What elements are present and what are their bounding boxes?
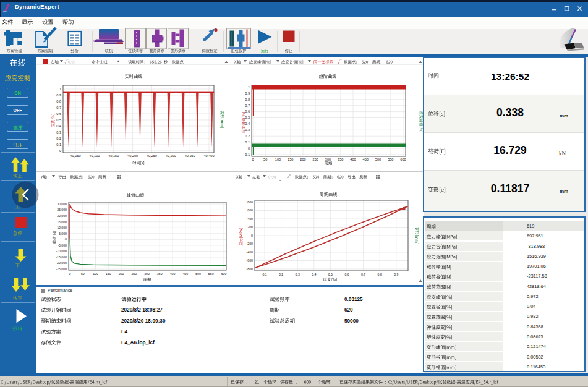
svg-text:0.9: 0.9: [394, 273, 398, 276]
svg-text:0.2: 0.2: [245, 134, 250, 138]
svg-text:0.5: 0.5: [56, 118, 61, 122]
svg-text:20,000: 20,000: [57, 214, 67, 218]
svg-text:250: 250: [131, 272, 137, 276]
svg-text:300: 300: [144, 272, 150, 276]
svg-text:200: 200: [119, 272, 124, 276]
svg-text:600: 600: [221, 272, 227, 276]
svg-text:50: 50: [81, 272, 85, 276]
svg-text:0.4: 0.4: [312, 273, 316, 276]
svg-text:0.4: 0.4: [245, 122, 250, 125]
svg-text:0.6: 0.6: [344, 273, 349, 276]
svg-text:150: 150: [288, 158, 293, 161]
svg-text:250: 250: [313, 158, 318, 161]
svg-text:450: 450: [182, 272, 188, 276]
svg-text:400: 400: [170, 272, 176, 276]
svg-text:0.2: 0.2: [56, 137, 61, 140]
svg-text:550: 550: [208, 272, 214, 276]
svg-text:0.7: 0.7: [361, 273, 365, 276]
svg-text:40,150: 40,150: [108, 154, 119, 158]
svg-text:0.3: 0.3: [245, 128, 250, 132]
svg-text:450: 450: [363, 158, 369, 161]
svg-text:100: 100: [93, 272, 98, 276]
svg-text:200: 200: [300, 158, 305, 161]
svg-text:0.5: 0.5: [328, 273, 333, 276]
svg-text:0.8: 0.8: [245, 98, 250, 101]
svg-text:0: 0: [69, 272, 71, 276]
svg-text:0.1: 0.1: [56, 143, 61, 147]
svg-text:800: 800: [247, 200, 253, 204]
svg-text:0.8: 0.8: [56, 100, 61, 103]
svg-text:350: 350: [157, 272, 163, 276]
svg-text:25,000: 25,000: [57, 208, 67, 211]
svg-text:350: 350: [338, 158, 343, 161]
svg-text:0.6: 0.6: [245, 109, 250, 113]
svg-text:-20,000: -20,000: [56, 261, 67, 265]
svg-text:0.1: 0.1: [245, 140, 250, 144]
svg-text:-10,000: -10,000: [56, 249, 67, 253]
svg-text:0.5: 0.5: [245, 116, 250, 119]
svg-text:600: 600: [247, 208, 253, 212]
svg-text:100: 100: [275, 158, 281, 161]
svg-text:400: 400: [350, 158, 356, 161]
svg-text:0.7: 0.7: [245, 104, 250, 108]
svg-text:0.9: 0.9: [245, 91, 250, 95]
svg-text:400: 400: [247, 217, 253, 221]
svg-text:500: 500: [375, 158, 381, 161]
svg-text:-15,000: -15,000: [56, 255, 67, 259]
svg-text:1: 1: [59, 87, 61, 91]
svg-text:40,250: 40,250: [147, 154, 157, 158]
svg-text:0.4: 0.4: [56, 124, 61, 128]
svg-text:40,100: 40,100: [89, 154, 100, 158]
svg-text:150: 150: [106, 272, 111, 276]
svg-text:-600: -600: [247, 258, 253, 262]
svg-text:40,200: 40,200: [127, 154, 138, 158]
svg-text:550: 550: [388, 158, 393, 161]
svg-text:300: 300: [325, 158, 331, 161]
svg-text:500: 500: [195, 272, 201, 276]
svg-text:-800: -800: [247, 267, 253, 271]
svg-text:0.6: 0.6: [56, 112, 61, 116]
svg-text:-5,000: -5,000: [58, 244, 67, 247]
svg-text:15,000: 15,000: [57, 220, 67, 224]
svg-text:0: 0: [251, 234, 253, 237]
svg-text:200: 200: [247, 225, 253, 229]
svg-text:-25,000: -25,000: [56, 267, 67, 271]
svg-text:40,050: 40,050: [70, 154, 80, 158]
svg-text:-200: -200: [247, 242, 253, 245]
svg-text:0.3: 0.3: [296, 273, 300, 276]
svg-text:0.3: 0.3: [56, 130, 61, 134]
svg-text:1: 1: [248, 85, 250, 89]
svg-text:10,000: 10,000: [57, 226, 67, 229]
svg-text:0.1: 0.1: [262, 273, 266, 276]
svg-text:40,350: 40,350: [185, 154, 195, 158]
svg-text:30,000: 30,000: [57, 202, 67, 206]
svg-text:0: 0: [59, 149, 61, 153]
svg-text:0.2: 0.2: [279, 273, 283, 276]
svg-text:0: 0: [248, 147, 250, 150]
svg-text:0: 0: [252, 158, 254, 161]
svg-text:-0.1: -0.1: [244, 153, 250, 156]
svg-text:50: 50: [263, 158, 267, 161]
svg-text:0.7: 0.7: [56, 106, 61, 109]
svg-text:40,400: 40,400: [203, 154, 214, 158]
svg-text:-400: -400: [247, 250, 253, 254]
svg-text:40,300: 40,300: [166, 154, 176, 158]
svg-text:600: 600: [400, 158, 406, 161]
svg-text:5,000: 5,000: [59, 232, 67, 236]
svg-text:0: 0: [65, 237, 67, 241]
svg-text:0.8: 0.8: [378, 273, 382, 276]
svg-text:0.9: 0.9: [56, 93, 61, 97]
